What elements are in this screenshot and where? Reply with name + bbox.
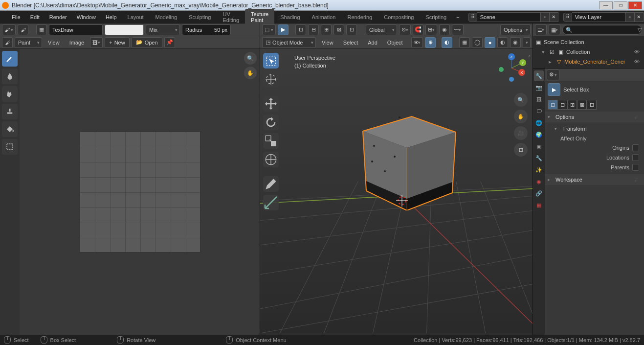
- tab-compositing[interactable]: Compositing: [378, 12, 420, 23]
- editor-type-dropdown[interactable]: 🖌: [2, 24, 16, 35]
- uv-pan-icon[interactable]: ✋: [244, 67, 257, 79]
- brush-browse-icon[interactable]: ▦: [36, 24, 47, 35]
- render-menu[interactable]: Render: [44, 12, 72, 22]
- file-menu[interactable]: File: [7, 12, 25, 22]
- ptab-physics[interactable]: ◉: [534, 176, 544, 187]
- ptab-tool[interactable]: 🔧: [534, 70, 544, 81]
- pivot-2[interactable]: ⊟: [557, 100, 567, 110]
- proportional-type-dropdown[interactable]: 〰: [452, 24, 464, 35]
- proportional-edit-toggle[interactable]: ◉: [439, 24, 450, 35]
- color-swatch[interactable]: [105, 24, 144, 35]
- image-view-menu[interactable]: View: [44, 40, 64, 46]
- checkbox-icon[interactable]: ☑: [549, 48, 555, 55]
- viewlayer-new-button[interactable]: ▫: [626, 12, 635, 22]
- visibility-dropdown[interactable]: 👁: [411, 37, 423, 48]
- uv-canvas[interactable]: 🔍 ✋: [20, 49, 260, 335]
- shading-solid[interactable]: ●: [485, 37, 495, 48]
- window-menu[interactable]: Window: [72, 12, 101, 22]
- pin-icon[interactable]: 📌: [164, 37, 175, 48]
- smear-tool[interactable]: [2, 86, 18, 102]
- tree-collection[interactable]: ▾ ☑ ▣ Collection 👁: [535, 47, 642, 57]
- scene-new-button[interactable]: ▫: [541, 12, 550, 22]
- scene-delete-button[interactable]: ✕: [550, 12, 558, 22]
- outliner-filter-icon[interactable]: ▽: [636, 24, 643, 35]
- pivot-dropdown[interactable]: ⊙: [399, 24, 411, 35]
- workspace-panel-header[interactable]: ▸Workspace⠿: [545, 174, 644, 185]
- outliner-display-dropdown[interactable]: ▦: [549, 24, 560, 35]
- ptab-world[interactable]: 🌍: [534, 129, 544, 140]
- tab-modeling[interactable]: Modeling: [150, 12, 183, 23]
- tab-sculpting[interactable]: Sculpting: [183, 12, 217, 23]
- locations-check-row[interactable]: Locations: [552, 153, 644, 162]
- tab-scripting[interactable]: Scripting: [420, 12, 452, 23]
- snap-toggle[interactable]: 🧲: [413, 24, 423, 35]
- draw-tool[interactable]: [2, 51, 18, 67]
- clone-tool[interactable]: [2, 104, 18, 119]
- tree-scene-collection[interactable]: ▣ Scene Collection: [535, 37, 642, 47]
- locations-checkbox[interactable]: [632, 154, 639, 161]
- new-image-button[interactable]: +New: [105, 37, 129, 48]
- pivot-4[interactable]: ⊠: [577, 100, 587, 110]
- tab-animation[interactable]: Animation: [306, 12, 342, 23]
- snap-sel-1[interactable]: ⊡: [295, 24, 306, 35]
- snap-sel-3[interactable]: ⊞: [321, 24, 332, 35]
- ptab-material[interactable]: ▦: [534, 200, 544, 210]
- vp-view-menu[interactable]: View: [318, 40, 337, 46]
- image-menu[interactable]: Image: [66, 40, 89, 46]
- options-panel-header[interactable]: ▾Options⠿: [545, 112, 644, 122]
- snap-sel-5[interactable]: ⊡: [346, 24, 357, 35]
- brush-name-field[interactable]: TexDraw: [49, 24, 103, 35]
- viewlayer-name-field[interactable]: View Layer: [572, 12, 626, 22]
- xray-toggle[interactable]: ▦: [459, 37, 470, 48]
- ptab-viewlayer[interactable]: 🖵: [534, 106, 544, 116]
- generator-object[interactable]: [355, 108, 463, 210]
- open-image-button[interactable]: 📂Open: [132, 37, 162, 48]
- mode-dropdown[interactable]: ◳ Object Mode: [262, 37, 316, 48]
- snap-sel-2[interactable]: ⊟: [308, 24, 319, 35]
- paint-menu[interactable]: Paint: [15, 37, 42, 48]
- cursor-tool[interactable]: [263, 71, 279, 87]
- pivot-3[interactable]: ⊞: [567, 100, 577, 110]
- radius-field[interactable]: Radius50 px: [182, 24, 231, 35]
- close-button[interactable]: ✕: [628, 1, 642, 9]
- select-box-tool[interactable]: [263, 53, 279, 69]
- orientation-gizmo[interactable]: X Y Z: [496, 53, 527, 83]
- visibility-eye-icon[interactable]: 👁: [634, 59, 642, 65]
- viewport-editor-type[interactable]: ⬚: [262, 24, 276, 35]
- shading-options-dropdown[interactable]: [523, 37, 531, 48]
- orientation-dropdown[interactable]: Global: [366, 24, 397, 35]
- blend-mode-dropdown[interactable]: Mix: [146, 24, 180, 35]
- transform-panel-header[interactable]: ▾Transform: [552, 123, 644, 134]
- camera-view-icon[interactable]: 🎥: [514, 126, 528, 140]
- twist-icon[interactable]: ▸: [549, 59, 554, 65]
- viewport-3d[interactable]: User Perspective (1) Collection X Y Z ‹ …: [260, 49, 533, 335]
- add-workspace-button[interactable]: +: [452, 12, 463, 23]
- maximize-button[interactable]: ▭: [614, 1, 627, 9]
- pan-icon[interactable]: ✋: [514, 110, 528, 123]
- vp-object-menu[interactable]: Object: [383, 40, 407, 46]
- tab-rendering[interactable]: Rendering: [341, 12, 378, 23]
- vp-select-menu[interactable]: Select: [339, 40, 362, 46]
- twist-icon[interactable]: ▾: [542, 49, 547, 55]
- snap-type-dropdown[interactable]: ⊞: [425, 24, 437, 35]
- scale-tool[interactable]: [263, 133, 279, 149]
- ptab-scene[interactable]: 🌐: [534, 117, 544, 128]
- parents-checkbox[interactable]: [632, 164, 639, 171]
- measure-tool[interactable]: [263, 195, 279, 210]
- visibility-eye-icon[interactable]: 👁: [634, 49, 642, 55]
- ptab-particles[interactable]: ✨: [534, 164, 544, 175]
- help-menu[interactable]: Help: [101, 12, 122, 22]
- edit-menu[interactable]: Edit: [25, 12, 44, 22]
- tab-layout[interactable]: Layout: [122, 12, 150, 23]
- origins-check-row[interactable]: Origins: [552, 143, 644, 153]
- snap-sel-4[interactable]: ⊠: [333, 24, 344, 35]
- image-browse-dropdown[interactable]: 🖼: [90, 37, 103, 48]
- ptab-object[interactable]: ▣: [534, 141, 544, 152]
- ptab-output[interactable]: 🖼: [534, 94, 544, 105]
- move-tool[interactable]: [263, 96, 279, 112]
- shading-rendered[interactable]: ◉: [510, 37, 521, 48]
- ortho-toggle-icon[interactable]: ⊞: [514, 143, 528, 157]
- scene-browse-icon[interactable]: ⠿: [468, 13, 477, 22]
- uv-zoom-icon[interactable]: 🔍: [244, 52, 257, 65]
- tree-object[interactable]: ▸ ▽ Mobile_Generator_Gener 👁: [535, 57, 642, 67]
